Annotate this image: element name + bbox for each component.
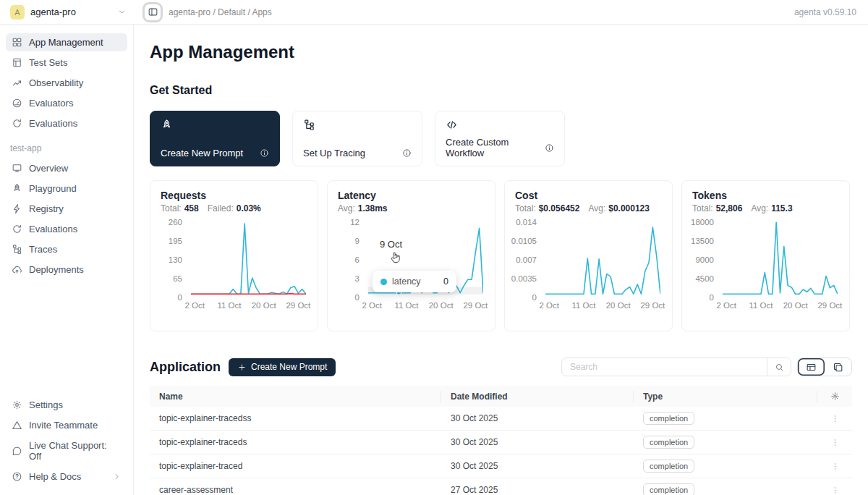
traces-icon [303, 119, 315, 131]
get-started-card-set-up-tracing[interactable]: Set Up Tracing [292, 111, 422, 166]
column-header-name[interactable]: Name [150, 391, 441, 402]
app-name: career-assessment [150, 485, 441, 495]
get-started-cards: Create New Prompt Set Up Tracing Create … [150, 111, 852, 166]
table-view-button[interactable] [798, 358, 825, 376]
row-actions-button[interactable] [830, 438, 840, 447]
app-name: topic-explainer-traceds [150, 437, 441, 447]
type-badge: completion [643, 412, 694, 425]
rocket-icon [161, 119, 173, 131]
evaluators-icon [12, 98, 22, 109]
sidebar-footer-nav: SettingsInvite TeammateLive Chat Support… [6, 396, 127, 488]
create-new-prompt-button[interactable]: Create New Prompt [229, 358, 336, 376]
info-icon [545, 143, 554, 153]
cost-chart[interactable] [545, 222, 660, 295]
dots-vertical-icon [830, 438, 840, 447]
sidebar-item-evaluations[interactable]: Evaluations [6, 220, 127, 238]
sidebar-item-deployments[interactable]: Deployments [6, 261, 127, 279]
chart-tooltip: latency 0 [373, 271, 456, 292]
sidebar-item-traces[interactable]: Traces [6, 240, 127, 258]
x-axis: 2 Oct11 Oct20 Oct29 Oct [545, 301, 660, 313]
evaluations-icon [12, 118, 22, 129]
x-axis: 2 Oct11 Oct20 Oct29 Oct [191, 301, 306, 313]
chevron-down-icon [117, 7, 127, 17]
sidebar-toggle-button[interactable] [142, 2, 163, 22]
dots-vertical-icon [830, 462, 840, 471]
app-name: topic-explainer-traced [150, 461, 441, 471]
stat-card-latency: Latency Avg:1.38ms 129630 2 Oct11 Oct20 … [327, 180, 495, 331]
sidebar-app-nav: OverviewPlaygroundRegistryEvaluationsTra… [6, 159, 127, 281]
table-row[interactable]: career-assessment 27 Oct 2025 completion [150, 478, 852, 495]
application-heading: Application [150, 360, 221, 375]
plot-area [191, 222, 306, 297]
column-header-type[interactable]: Type [634, 391, 817, 402]
sidebar-item-observability[interactable]: Observability [6, 74, 127, 92]
sidebar-item-test-sets[interactable]: Test Sets [6, 54, 127, 72]
table-row[interactable]: topic-explainer-traced 30 Oct 2025 compl… [150, 454, 852, 478]
app-type: completion [634, 413, 817, 423]
latency-chart-area: 129630 2 Oct11 Oct20 Oct29 Oct [338, 222, 485, 313]
info-icon [260, 148, 269, 158]
search-button[interactable] [767, 358, 791, 376]
traces-icon [12, 244, 22, 255]
table-view-icon [806, 362, 817, 373]
application-header: Application Create New Prompt [150, 358, 852, 376]
type-badge: completion [643, 460, 694, 473]
row-actions-button[interactable] [830, 486, 840, 495]
dots-vertical-icon [830, 414, 840, 423]
tokens-chart-area: 1800013500900045000 2 Oct11 Oct20 Oct29 … [692, 222, 839, 313]
gear-icon [12, 399, 22, 410]
app-type: completion [634, 485, 817, 495]
breadcrumb: agenta-pro / Default / Apps [169, 7, 272, 17]
help-icon [12, 471, 22, 482]
main-content: App Management Get Started Create New Pr… [134, 25, 868, 495]
lightning-icon [12, 203, 22, 214]
app-date-modified: 27 Oct 2025 [441, 485, 634, 495]
workspace-switcher[interactable]: A agenta-pro [0, 5, 134, 20]
sidebar-item-overview[interactable]: Overview [6, 159, 127, 177]
sidebar-item-help-docs[interactable]: Help & Docs [6, 468, 127, 486]
hand-cursor-icon [388, 250, 402, 267]
stat-card-tokens: Tokens Total:52,806Avg:115.3 18000135009… [681, 180, 850, 331]
y-axis: 129630 [338, 222, 364, 297]
plot-area [545, 222, 660, 297]
deployments-icon [12, 264, 22, 275]
rocket-icon [12, 183, 22, 194]
search-input[interactable] [562, 362, 767, 372]
row-actions-button[interactable] [830, 462, 840, 471]
sidebar-main-nav: App ManagementTest SetsObservabilityEval… [6, 33, 127, 135]
type-badge: completion [643, 483, 694, 495]
app-date-modified: 30 Oct 2025 [441, 461, 634, 471]
sidebar-item-evaluations[interactable]: Evaluations [6, 114, 127, 132]
sidebar-item-playground[interactable]: Playground [6, 179, 127, 198]
column-settings[interactable] [817, 392, 852, 401]
table-row[interactable]: topic-explainer-tracedss 30 Oct 2025 com… [150, 407, 852, 431]
requests-chart-area: 260195130650 2 Oct11 Oct20 Oct29 Oct [161, 222, 307, 313]
sidebar-item-live-chat-support-off[interactable]: Live Chat Support: Off [6, 436, 127, 465]
get-started-card-create-custom-workflow[interactable]: Create Custom Workflow [435, 111, 565, 166]
column-header-date-modified[interactable]: Date Modified [441, 391, 634, 402]
sidebar: App ManagementTest SetsObservabilityEval… [0, 25, 134, 495]
invite-icon [12, 420, 22, 431]
table-row[interactable]: topic-explainer-traceds 30 Oct 2025 comp… [150, 431, 852, 454]
info-icon [402, 148, 412, 158]
sidebar-section-label: test-app [6, 135, 127, 159]
observability-icon [12, 77, 22, 88]
sidebar-item-evaluators[interactable]: Evaluators [6, 94, 127, 112]
row-actions-button[interactable] [830, 414, 840, 423]
sidebar-item-invite-teammate[interactable]: Invite Teammate [6, 416, 127, 434]
tokens-chart[interactable] [723, 222, 838, 295]
sidebar-item-app-management[interactable]: App Management [6, 33, 127, 51]
x-axis: 2 Oct11 Oct20 Oct29 Oct [368, 301, 483, 313]
sidebar-item-settings[interactable]: Settings [6, 396, 127, 414]
series-dot-icon [380, 279, 387, 285]
sidebar-item-registry[interactable]: Registry [6, 200, 127, 218]
card-view-button[interactable] [825, 358, 851, 376]
get-started-card-create-new-prompt[interactable]: Create New Prompt [150, 111, 280, 166]
app-name: topic-explainer-tracedss [150, 413, 441, 423]
page-title: App Management [150, 42, 852, 62]
requests-chart[interactable] [191, 222, 306, 295]
app-date-modified: 30 Oct 2025 [441, 413, 634, 423]
workspace-avatar: A [10, 5, 25, 20]
chart-tooltip-date: 9 Oct [380, 239, 402, 250]
overview-icon [12, 163, 22, 174]
